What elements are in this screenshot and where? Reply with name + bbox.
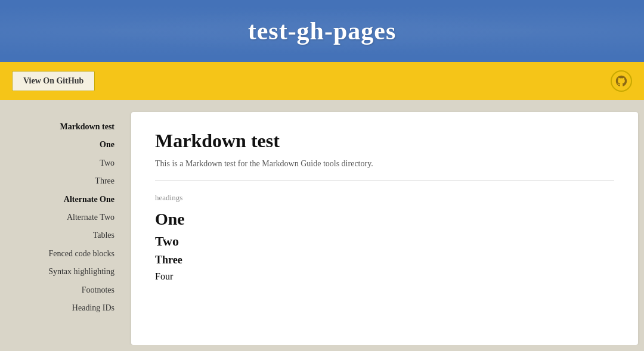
sidebar-item-markdown-test[interactable]: Markdown test (6, 118, 119, 136)
sidebar-item-alternate-one[interactable]: Alternate One (6, 191, 119, 209)
site-title: test-gh-pages (12, 17, 632, 45)
view-on-github-button[interactable]: View On GitHub (12, 71, 95, 91)
sidebar: Markdown testOneTwoThreeAlternate OneAlt… (6, 112, 125, 345)
headings-container: OneTwoThreeFour (155, 210, 614, 282)
sidebar-item-tables[interactable]: Tables (6, 226, 119, 244)
sidebar-item-three[interactable]: Three (6, 172, 119, 190)
github-icon[interactable] (611, 70, 632, 92)
sidebar-item-two[interactable]: Two (6, 154, 119, 172)
content-heading-4: Four (155, 271, 614, 282)
page-header: test-gh-pages (0, 0, 644, 62)
content-subtitle: This is a Markdown test for the Markdown… (155, 159, 614, 169)
navbar: View On GitHub (0, 62, 644, 100)
section-label: headings (155, 193, 614, 203)
section-divider (155, 181, 614, 181)
sidebar-item-heading-ids[interactable]: Heading IDs (6, 299, 119, 317)
content-heading-2: Two (155, 234, 614, 249)
content-heading-3: Three (155, 254, 614, 266)
sidebar-item-alternate-two[interactable]: Alternate Two (6, 209, 119, 226)
sidebar-item-one[interactable]: One (6, 136, 119, 154)
content-title: Markdown test (155, 130, 614, 152)
sidebar-item-fenced-code-blocks[interactable]: Fenced code blocks (6, 245, 119, 263)
sidebar-item-footnotes[interactable]: Footnotes (6, 281, 119, 299)
main-layout: Markdown testOneTwoThreeAlternate OneAlt… (0, 100, 644, 345)
sidebar-item-syntax-highlighting[interactable]: Syntax highlighting (6, 263, 119, 281)
content-heading-1: One (155, 210, 614, 229)
content-area: Markdown test This is a Markdown test fo… (131, 112, 638, 345)
